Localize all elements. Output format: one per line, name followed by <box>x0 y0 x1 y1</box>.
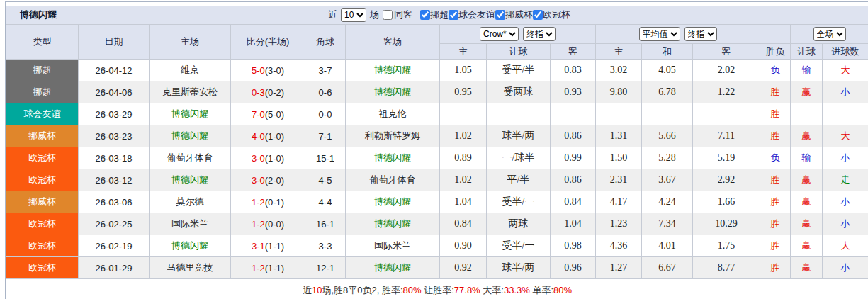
summary-segment: 80% <box>553 285 572 295</box>
home-team[interactable]: 维京 <box>150 60 231 81</box>
match-date: 26-03-06 <box>79 191 150 213</box>
full-time-score: 3-0 <box>252 175 265 186</box>
result-handicap-text: 输 <box>802 152 811 163</box>
home-team[interactable]: 博德闪耀 <box>150 103 231 125</box>
away-team[interactable]: 祖克伦 <box>346 103 440 125</box>
odds-time-select[interactable]: 终指 <box>523 27 556 41</box>
away-team[interactable]: 葡萄牙体育 <box>346 169 440 191</box>
away-team-name: 祖克伦 <box>379 108 407 119</box>
avg-time-select[interactable]: 终指 <box>684 27 717 41</box>
col-header-goals-result: 进球数 <box>823 44 868 60</box>
away-team[interactable]: 博德闪耀 <box>346 60 440 81</box>
home-team[interactable]: 博德闪耀 <box>150 169 231 191</box>
full-time-score: 1-2 <box>252 263 265 273</box>
near-label: 近 <box>328 9 337 21</box>
home-team[interactable]: 莫尔德 <box>150 191 231 213</box>
match-date: 26-03-23 <box>79 125 150 147</box>
league-filter-checkbox[interactable] <box>449 10 458 20</box>
full-time-score: 1-2 <box>252 219 265 230</box>
summary-segment: 80% <box>403 285 422 295</box>
away-team-name: 博德闪耀 <box>374 262 411 273</box>
scope-select-cell: 全场 <box>791 25 868 44</box>
full-time-score: 3-1 <box>252 241 265 252</box>
home-team-name: 国际米兰 <box>171 218 208 229</box>
match-row: 欧冠杯26-01-29马德里竞技1-2(1-1)12-1博德闪耀0.92球半/两… <box>6 257 868 279</box>
full-time-score: 4-0 <box>252 131 265 142</box>
result-goals: 小 <box>823 81 868 103</box>
col-header-avg-home: 主 <box>596 44 642 60</box>
team-title: 博德闪耀 <box>20 9 57 21</box>
avg-home: 1.31 <box>596 125 642 147</box>
home-team[interactable]: 国际米兰 <box>150 213 231 235</box>
away-team[interactable]: 利勒斯特罗姆 <box>346 125 440 147</box>
home-team-name: 莫尔德 <box>176 196 204 207</box>
home-team-name: 马德里竞技 <box>167 262 213 273</box>
odds-handicap: 受半/一 <box>487 191 551 213</box>
league-filter-checkbox[interactable] <box>533 10 543 20</box>
avg-away: 1.22 <box>693 81 760 103</box>
league-filter-checkbox[interactable] <box>495 10 505 20</box>
away-team[interactable]: 博德闪耀 <box>346 147 440 169</box>
half-time-score: (5-0) <box>265 109 284 120</box>
result-outcome: 负 <box>760 60 791 81</box>
away-team[interactable]: 博德闪耀 <box>346 257 440 279</box>
result-handicap: 赢 <box>791 191 823 213</box>
away-team[interactable]: 博德闪耀 <box>346 213 440 235</box>
league-filter-label: 球会友谊 <box>458 9 495 21</box>
avg-away: 8.77 <box>693 257 760 279</box>
home-team[interactable]: 博德闪耀 <box>150 125 231 147</box>
odds-source-select[interactable]: Crow* <box>480 27 519 41</box>
home-team[interactable]: 马德里竞技 <box>150 257 231 279</box>
home-team[interactable]: 博德闪耀 <box>150 235 231 257</box>
avg-away: 1.75 <box>693 235 760 257</box>
odds-home: 0.95 <box>440 81 487 103</box>
avg-draw: 7.34 <box>642 213 693 235</box>
home-team-name: 葡萄牙体育 <box>167 152 213 163</box>
match-date: 26-02-19 <box>79 235 150 257</box>
away-team[interactable]: 博德闪耀 <box>346 81 440 103</box>
result-outcome-text: 负 <box>771 152 780 163</box>
result-outcome-text: 胜 <box>771 130 780 141</box>
home-team[interactable]: 葡萄牙体育 <box>150 147 231 169</box>
summary-segment: 10 <box>312 285 322 295</box>
league-badge: 欧冠杯 <box>6 257 79 279</box>
league-filter[interactable]: 挪超 <box>420 9 449 21</box>
away-team-name: 国际米兰 <box>374 240 411 251</box>
corner-score: 15-1 <box>305 147 346 169</box>
recent-count-select[interactable]: 10 <box>341 8 366 22</box>
result-goals: 大 <box>823 60 868 81</box>
full-time-score: 3-0 <box>252 153 265 164</box>
odds-handicap <box>487 103 551 125</box>
avg-home: 3.02 <box>596 60 642 81</box>
home-team-name: 博德闪耀 <box>171 130 208 141</box>
result-handicap: 赢 <box>791 213 823 235</box>
odds-home: 0.92 <box>440 257 487 279</box>
away-team-name: 博德闪耀 <box>374 218 411 229</box>
avg-source-select[interactable]: 平均值 <box>639 27 680 41</box>
same-away-toggle[interactable]: 同客 <box>383 9 412 21</box>
league-filter[interactable]: 欧冠杯 <box>533 9 570 21</box>
result-goals-text: 小 <box>841 86 850 97</box>
league-filter[interactable]: 球会友谊 <box>449 9 495 21</box>
avg-draw: 5.28 <box>642 147 693 169</box>
col-header-date: 日期 <box>79 25 150 60</box>
avg-away <box>693 103 760 125</box>
match-row: 欧冠杯26-02-19博德闪耀3-1(1-1)3-3国际米兰0.90受半/一0.… <box>6 235 868 257</box>
result-outcome: 胜 <box>760 103 791 125</box>
match-date: 26-03-29 <box>79 103 150 125</box>
home-team[interactable]: 克里斯蒂安松 <box>150 81 231 103</box>
col-header-handicap-result: 让球 <box>791 44 823 60</box>
scope-select[interactable]: 全场 <box>813 27 846 41</box>
odds-away: 0.84 <box>551 191 596 213</box>
same-away-checkbox[interactable] <box>383 10 393 20</box>
corner-score: 0-0 <box>305 103 346 125</box>
odds-away: 0.83 <box>551 60 596 81</box>
league-filter-checkbox[interactable] <box>420 10 430 20</box>
away-team[interactable]: 国际米兰 <box>346 235 440 257</box>
league-filter[interactable]: 挪威杯 <box>495 9 533 21</box>
away-team[interactable]: 博德闪耀 <box>346 191 440 213</box>
match-date: 26-02-25 <box>79 213 150 235</box>
summary-text: 近10场,胜8平0负2, 胜率:80% 让胜率:77.8% 大率:33.3% 单… <box>303 285 572 295</box>
match-score: 0-3(0-2) <box>231 81 305 103</box>
match-row: 挪威杯26-03-23博德闪耀4-0(1-0)7-1利勒斯特罗姆1.02球半/两… <box>6 125 868 147</box>
